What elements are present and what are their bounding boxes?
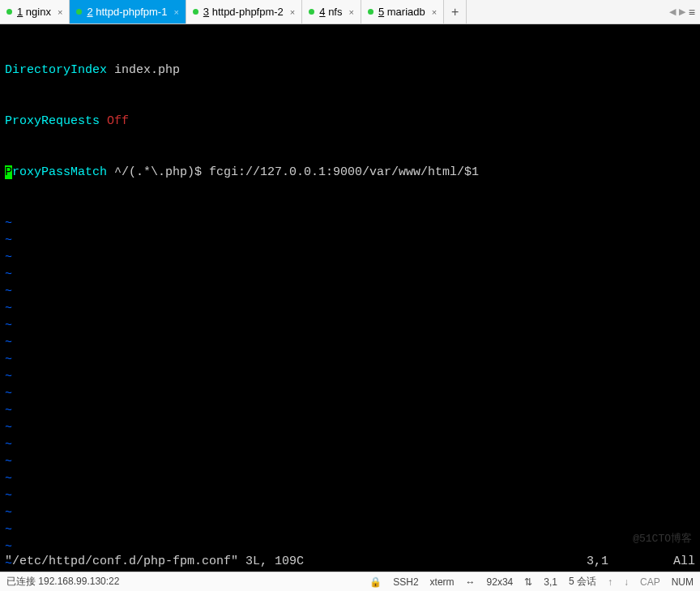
empty-line-marker: ~ — [5, 470, 695, 487]
protocol: SSH2 — [393, 576, 418, 588]
tab-label: 5 mariadb — [378, 6, 425, 18]
directive: DirectoryIndex — [5, 63, 107, 77]
status-dot-icon — [309, 9, 314, 15]
empty-lines: ~~~~~~~~~~~~~~~~~~~~~~~~~~~~~ — [5, 215, 695, 572]
tab-nfs[interactable]: 4 nfs× — [302, 0, 361, 24]
tab-nginx[interactable]: 1 nginx× — [0, 0, 70, 24]
scroll-indicator: All — [673, 553, 695, 570]
cursor: P — [5, 165, 12, 179]
file-info: "/etc/httpd/conf.d/php-fpm.conf" 3L, 109… — [5, 553, 304, 570]
empty-line-marker: ~ — [5, 368, 695, 385]
term-type: xterm — [430, 576, 455, 588]
value: ^/(.*\.php)$ fcgi://127.0.0.1:9000/var/w… — [107, 165, 479, 179]
connection-status: 已连接 192.168.99.130:22 — [6, 575, 119, 589]
cursor-position: 3,1 — [587, 553, 608, 570]
terminal-viewport[interactable]: DirectoryIndex index.php ProxyRequests O… — [0, 24, 700, 572]
status-dot-icon — [6, 9, 12, 15]
empty-line-marker: ~ — [5, 453, 695, 470]
resize-icon: ↔ — [466, 576, 476, 588]
code-line-1: DirectoryIndex index.php — [5, 62, 695, 79]
empty-line-marker: ~ — [5, 249, 695, 266]
tab-bar: 1 nginx×2 httpd-phpfpm-1×3 httpd-phpfpm-… — [0, 0, 700, 24]
tab-httpd-phpfpm-1[interactable]: 2 httpd-phpfpm-1× — [70, 0, 186, 24]
close-icon[interactable]: × — [173, 7, 178, 17]
empty-line-marker: ~ — [5, 300, 695, 317]
cursor-pos: 3,1 — [544, 576, 557, 588]
status-dot-icon — [193, 9, 198, 15]
tab-label: 4 nfs — [319, 6, 342, 18]
arrow-down-icon: ↓ — [624, 576, 629, 588]
status-dot-icon — [368, 9, 373, 15]
tab-label: 2 httpd-phpfpm-1 — [87, 6, 167, 18]
empty-line-marker: ~ — [5, 504, 695, 521]
tab-mariadb[interactable]: 5 mariadb× — [361, 0, 444, 24]
arrow-up-icon: ↑ — [608, 576, 612, 588]
empty-line-marker: ~ — [5, 419, 695, 436]
num-indicator: NUM — [672, 576, 694, 588]
close-icon[interactable]: × — [348, 7, 353, 17]
tab-httpd-phpfpm-2[interactable]: 3 httpd-phpfpm-2× — [186, 0, 302, 24]
chevron-left-icon[interactable]: ◀ — [669, 6, 676, 17]
term-size: 92x34 — [487, 576, 514, 588]
value: Off — [107, 114, 129, 128]
code-line-2: ProxyRequests Off — [5, 113, 695, 130]
empty-line-marker: ~ — [5, 385, 695, 402]
chevron-right-icon[interactable]: ▶ — [679, 6, 685, 17]
empty-line-marker: ~ — [5, 232, 695, 249]
menu-icon[interactable]: ≡ — [689, 6, 695, 19]
code-line-3: ProxyPassMatch ^/(.*\.php)$ fcgi://127.0… — [5, 164, 695, 181]
status-dot-icon — [76, 9, 82, 15]
tab-label: 3 httpd-phpfpm-2 — [203, 6, 284, 18]
empty-line-marker: ~ — [5, 215, 695, 232]
empty-line-marker: ~ — [5, 521, 695, 538]
close-icon[interactable]: × — [432, 7, 437, 17]
empty-line-marker: ~ — [5, 487, 695, 504]
empty-line-marker: ~ — [5, 402, 695, 419]
arrows-icon: ⇅ — [524, 576, 532, 588]
empty-line-marker: ~ — [5, 317, 695, 334]
cap-indicator: CAP — [640, 576, 660, 588]
empty-line-marker: ~ — [5, 436, 695, 453]
empty-line-marker: ~ — [5, 334, 695, 351]
vim-status-line: "/etc/httpd/conf.d/php-fpm.conf" 3L, 109… — [5, 553, 695, 570]
value: index.php — [107, 63, 180, 77]
empty-line-marker: ~ — [5, 266, 695, 283]
directive: ProxyRequests — [5, 114, 100, 128]
tab-nav: ◀▶≡ — [664, 0, 700, 24]
tab-label: 1 nginx — [17, 6, 51, 18]
status-bar: 已连接 192.168.99.130:22 🔒 SSH2 xterm ↔ 92x… — [0, 572, 700, 591]
close-icon[interactable]: × — [290, 7, 295, 17]
empty-line-marker: ~ — [5, 351, 695, 368]
session-count: 5 会话 — [569, 575, 596, 589]
add-tab-button[interactable]: + — [444, 0, 467, 24]
close-icon[interactable]: × — [58, 7, 62, 17]
directive: roxyPassMatch — [12, 165, 107, 179]
empty-line-marker: ~ — [5, 283, 695, 300]
lock-icon: 🔒 — [369, 576, 382, 588]
